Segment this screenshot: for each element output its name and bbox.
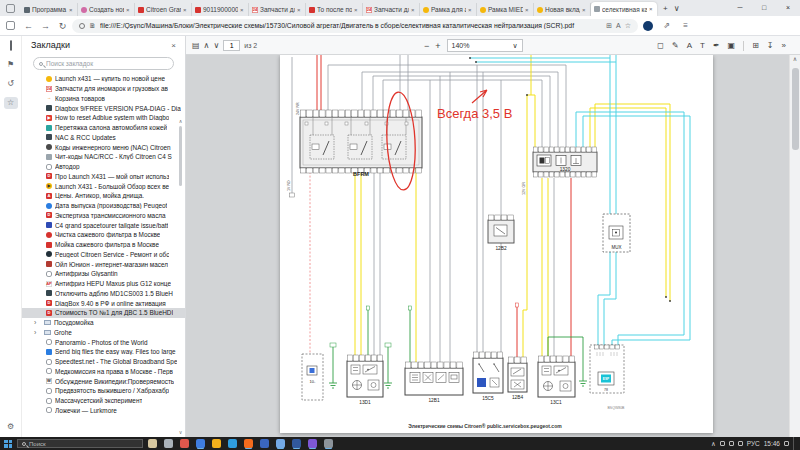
tab-close-icon[interactable]: ×: [297, 7, 302, 13]
app-install-icon[interactable]: ⊞: [606, 22, 612, 30]
browser-tab[interactable]: То после покуп×: [306, 3, 363, 16]
more-tools-icon[interactable]: »: [782, 41, 786, 50]
bookmark-item[interactable]: Массачусетский эксперимент: [22, 396, 185, 406]
start-button[interactable]: [4, 440, 12, 448]
site-info-icon[interactable]: [79, 23, 85, 29]
url-text[interactable]: file:///E:/Qsync/Машина/Блоки/Электричес…: [100, 22, 602, 29]
show-desktop-button[interactable]: [793, 437, 796, 450]
taskbar-app-icon[interactable]: [244, 439, 253, 448]
bookmark-item[interactable]: Автодор: [22, 162, 185, 172]
scroll-down-icon[interactable]: ∨: [177, 429, 184, 435]
profile-avatar[interactable]: [643, 21, 653, 31]
zoom-level-select[interactable]: 140% ∨: [447, 39, 523, 52]
scroll-up-icon[interactable]: ∧: [177, 118, 184, 124]
maximize-button[interactable]: □: [752, 0, 776, 16]
browser-tab[interactable]: Создать новую×: [78, 3, 135, 16]
favorites-star-icon[interactable]: ☆: [4, 97, 18, 109]
tab-close-icon[interactable]: ×: [468, 7, 473, 13]
add-text-icon[interactable]: T: [700, 41, 705, 50]
bookmark-item[interactable]: Отключить адблю MD1CS003 1.5 BlueH: [22, 289, 185, 299]
image-icon[interactable]: ▣: [728, 41, 736, 50]
bookmark-item[interactable]: Launch x431 — купить по новой цене: [22, 74, 185, 84]
share-icon[interactable]: ⇗: [658, 21, 675, 30]
history-icon[interactable]: ↺: [4, 78, 18, 90]
bookmarks-flag-icon[interactable]: ⚑: [4, 59, 18, 71]
bookmark-item[interactable]: Чистка сажевого фильтра в Москве: [22, 230, 185, 240]
tab-close-icon[interactable]: ×: [649, 6, 654, 12]
bookmark-item[interactable]: ▶How to reset Adblue system with Diagbo: [22, 113, 185, 123]
expand-chevron-icon[interactable]: ›: [34, 319, 41, 326]
bookmark-item[interactable]: DDiagBox 9.40 в РФ и online активация: [22, 298, 185, 308]
bookmark-item[interactable]: →Корзина товаров: [22, 94, 185, 104]
battery-icon[interactable]: [720, 441, 725, 446]
minimize-button[interactable]: ─: [728, 0, 752, 16]
clock[interactable]: 15:46: [764, 440, 780, 447]
bookmark-item[interactable]: Антифризы Glysantin: [22, 269, 185, 279]
taskbar-search-input[interactable]: Поиск: [17, 439, 143, 448]
browser-tab[interactable]: Рамка MIEDERK×: [477, 3, 534, 16]
back-button[interactable]: ←: [21, 21, 36, 31]
bookmark-folder[interactable]: ›Grohe: [22, 328, 185, 338]
bookmark-item[interactable]: Чит-коды NAC/RCC - Клуб Citroen C4 S: [22, 152, 185, 162]
hide-panel-icon[interactable]: [4, 40, 18, 52]
forward-button[interactable]: →: [38, 21, 53, 31]
browser-tab[interactable]: 24Запчасти для и×: [363, 3, 420, 16]
language-indicator[interactable]: РУС: [747, 440, 760, 447]
browser-tab-active[interactable]: селективная катали×: [591, 2, 657, 16]
browser-tab[interactable]: Программа пер×: [21, 3, 78, 16]
page-number-input[interactable]: [223, 40, 240, 51]
bookmark-item[interactable]: Panoramio - Photos of the World: [22, 337, 185, 347]
favorite-star-icon[interactable]: ☆: [625, 22, 631, 30]
browser-menu-icon[interactable]: ≡: [677, 21, 694, 30]
print-icon[interactable]: ⊞: [752, 41, 759, 50]
bookmark-item[interactable]: DЭкспертиза трансмиссионного масла: [22, 211, 185, 221]
bookmark-item[interactable]: Коды инженерного меню (NAC) Citroen: [22, 142, 185, 152]
bookmark-item[interactable]: Peugeot Citroen Service - Ремонт и обс: [22, 250, 185, 260]
tab-menu-icon[interactable]: ∨: [674, 4, 680, 13]
pdf-scrollbar[interactable]: ∧: [789, 55, 800, 437]
taskbar-app-icon[interactable]: [324, 439, 333, 448]
settings-gear-icon[interactable]: ⚙: [4, 421, 18, 433]
close-button[interactable]: ×: [776, 0, 800, 16]
browser-tab[interactable]: Рамка для авто×: [420, 3, 477, 16]
sidebar-scrollbar[interactable]: ∧ ∨: [177, 118, 184, 435]
taskbar-app-icon[interactable]: [196, 439, 205, 448]
tab-close-icon[interactable]: ×: [69, 7, 74, 13]
zoom-out-button[interactable]: −: [424, 41, 429, 51]
bookmark-folder[interactable]: ›Посудомойка: [22, 318, 185, 328]
bookmark-item[interactable]: Предвзятость выжившего / Хабрахабр: [22, 386, 185, 396]
tab-close-icon[interactable]: ×: [411, 7, 416, 13]
url-field[interactable]: 🗎 file:///E:/Qsync/Машина/Блоки/Электрич…: [72, 19, 638, 33]
bookmark-item[interactable]: 24Запчасти для иномарок и грузовых ав: [22, 84, 185, 94]
scrollbar-thumb[interactable]: [179, 126, 182, 186]
bookmark-item[interactable]: Мойка сажевого фильтра в Москве: [22, 240, 185, 250]
tray-chevron-icon[interactable]: ∧: [711, 440, 716, 448]
bookmark-item[interactable]: Дата выпуска (производства) Peugeot: [22, 201, 185, 211]
tab-close-icon[interactable]: ×: [126, 7, 131, 13]
bookmark-item[interactable]: Send big files the easy way. Files too l…: [22, 347, 185, 357]
tab-search-icon[interactable]: [6, 4, 15, 13]
bookmark-item[interactable]: C4 grand spacetourer tailgate issue/batt: [22, 220, 185, 230]
bookmark-item[interactable]: Медкомиссия на права в Москве - Перв: [22, 367, 185, 377]
tab-close-icon[interactable]: ×: [183, 7, 188, 13]
draw-icon[interactable]: ✎: [672, 41, 679, 50]
scrollbar-thumb[interactable]: [792, 68, 799, 150]
bookmark-item[interactable]: AЦены. Антикор, мойка днища.: [22, 191, 185, 201]
bookmark-item[interactable]: Перетяжка салона автомобиля кожей: [22, 123, 185, 133]
tab-close-icon[interactable]: ×: [525, 7, 530, 13]
new-tab-button[interactable]: +: [663, 4, 668, 13]
bookmark-item[interactable]: WОбсуждение Википедии:Проверяемость: [22, 376, 185, 386]
bookmark-item[interactable]: DСтоимость ТО №1 для ДВС 1.5 BlueHDI: [22, 308, 185, 318]
taskbar-app-icon[interactable]: [308, 439, 317, 448]
scroll-up-icon[interactable]: ∧: [793, 56, 797, 62]
taskbar-app-icon[interactable]: [228, 439, 237, 448]
network-icon[interactable]: [729, 441, 734, 446]
panel-close-icon[interactable]: ×: [171, 41, 176, 50]
browser-tab[interactable]: Новая вкладк×: [534, 3, 591, 16]
zoom-in-button[interactable]: +: [435, 41, 440, 51]
reload-button[interactable]: ↻: [55, 21, 70, 31]
bookmark-item[interactable]: APАнтифриз HEPU Maxus plus G12 конце: [22, 279, 185, 289]
taskbar-app-icon[interactable]: [164, 439, 173, 448]
bookmark-item[interactable]: ▶Launch X431 - Большой Обзор всех ве: [22, 181, 185, 191]
highlight-icon[interactable]: A: [687, 41, 692, 50]
